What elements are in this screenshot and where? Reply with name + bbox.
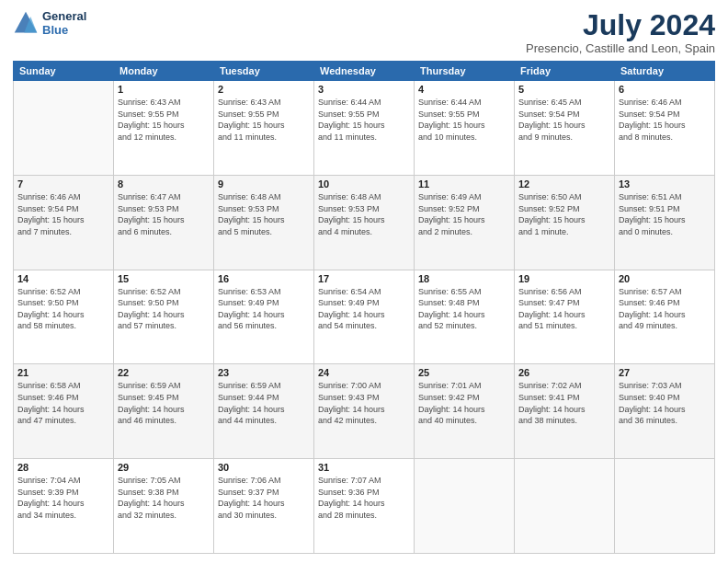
day-number: 26 bbox=[518, 367, 610, 378]
day-info: Sunrise: 7:01 AM Sunset: 9:42 PM Dayligh… bbox=[418, 380, 510, 426]
title-block: July 2024 Presencio, Castille and Leon, … bbox=[526, 9, 715, 55]
day-cell: 13Sunrise: 6:51 AM Sunset: 9:51 PM Dayli… bbox=[615, 175, 715, 270]
day-cell: 12Sunrise: 6:50 AM Sunset: 9:52 PM Dayli… bbox=[515, 175, 615, 270]
day-info: Sunrise: 7:07 AM Sunset: 9:36 PM Dayligh… bbox=[318, 475, 410, 521]
day-info: Sunrise: 7:03 AM Sunset: 9:40 PM Dayligh… bbox=[619, 380, 711, 426]
day-number: 31 bbox=[318, 462, 410, 473]
day-number: 13 bbox=[619, 178, 711, 190]
day-number: 19 bbox=[518, 273, 610, 284]
week-row-3: 14Sunrise: 6:52 AM Sunset: 9:50 PM Dayli… bbox=[14, 270, 715, 364]
day-cell: 18Sunrise: 6:55 AM Sunset: 9:48 PM Dayli… bbox=[415, 270, 515, 364]
day-info: Sunrise: 7:06 AM Sunset: 9:37 PM Dayligh… bbox=[218, 475, 310, 521]
day-info: Sunrise: 6:54 AM Sunset: 9:49 PM Dayligh… bbox=[318, 286, 410, 332]
day-number: 25 bbox=[418, 367, 510, 378]
day-info: Sunrise: 6:43 AM Sunset: 9:55 PM Dayligh… bbox=[218, 97, 310, 143]
day-info: Sunrise: 6:48 AM Sunset: 9:53 PM Dayligh… bbox=[318, 191, 410, 237]
day-cell: 8Sunrise: 6:47 AM Sunset: 9:53 PM Daylig… bbox=[114, 175, 214, 270]
day-number: 8 bbox=[118, 178, 210, 190]
day-header-thursday: Thursday bbox=[415, 62, 515, 81]
day-header-saturday: Saturday bbox=[615, 62, 715, 81]
day-header-wednesday: Wednesday bbox=[314, 62, 415, 81]
day-cell: 25Sunrise: 7:01 AM Sunset: 9:42 PM Dayli… bbox=[415, 364, 515, 459]
day-cell: 9Sunrise: 6:48 AM Sunset: 9:53 PM Daylig… bbox=[214, 175, 314, 270]
day-info: Sunrise: 7:00 AM Sunset: 9:43 PM Dayligh… bbox=[318, 380, 410, 426]
day-cell: 10Sunrise: 6:48 AM Sunset: 9:53 PM Dayli… bbox=[314, 175, 415, 270]
day-info: Sunrise: 6:46 AM Sunset: 9:54 PM Dayligh… bbox=[17, 191, 109, 237]
week-row-5: 28Sunrise: 7:04 AM Sunset: 9:39 PM Dayli… bbox=[14, 459, 715, 554]
week-row-2: 7Sunrise: 6:46 AM Sunset: 9:54 PM Daylig… bbox=[14, 175, 715, 270]
day-info: Sunrise: 6:44 AM Sunset: 9:55 PM Dayligh… bbox=[418, 97, 510, 143]
day-info: Sunrise: 6:49 AM Sunset: 9:52 PM Dayligh… bbox=[418, 191, 510, 237]
day-cell: 6Sunrise: 6:46 AM Sunset: 9:54 PM Daylig… bbox=[615, 81, 715, 176]
day-cell: 3Sunrise: 6:44 AM Sunset: 9:55 PM Daylig… bbox=[314, 81, 415, 176]
day-number: 23 bbox=[218, 367, 310, 378]
day-number: 18 bbox=[418, 273, 510, 284]
day-info: Sunrise: 6:52 AM Sunset: 9:50 PM Dayligh… bbox=[17, 286, 109, 332]
day-header-monday: Monday bbox=[114, 62, 214, 81]
day-cell: 22Sunrise: 6:59 AM Sunset: 9:45 PM Dayli… bbox=[114, 364, 214, 459]
day-number: 12 bbox=[518, 178, 610, 190]
main-title: July 2024 bbox=[526, 9, 715, 41]
day-cell: 14Sunrise: 6:52 AM Sunset: 9:50 PM Dayli… bbox=[14, 270, 114, 364]
day-info: Sunrise: 6:47 AM Sunset: 9:53 PM Dayligh… bbox=[118, 191, 210, 237]
day-info: Sunrise: 6:57 AM Sunset: 9:46 PM Dayligh… bbox=[619, 286, 711, 332]
day-cell bbox=[415, 459, 515, 554]
day-number: 14 bbox=[17, 273, 109, 284]
day-number: 9 bbox=[218, 178, 310, 190]
day-info: Sunrise: 6:45 AM Sunset: 9:54 PM Dayligh… bbox=[518, 97, 610, 143]
calendar-table: SundayMondayTuesdayWednesdayThursdayFrid… bbox=[13, 61, 715, 554]
day-number: 2 bbox=[218, 84, 310, 95]
day-number: 7 bbox=[17, 178, 109, 190]
day-cell: 21Sunrise: 6:58 AM Sunset: 9:46 PM Dayli… bbox=[14, 364, 114, 459]
day-info: Sunrise: 6:59 AM Sunset: 9:45 PM Dayligh… bbox=[118, 380, 210, 426]
day-header-sunday: Sunday bbox=[14, 62, 114, 81]
day-info: Sunrise: 6:44 AM Sunset: 9:55 PM Dayligh… bbox=[318, 97, 410, 143]
day-cell bbox=[14, 81, 114, 176]
day-info: Sunrise: 6:46 AM Sunset: 9:54 PM Dayligh… bbox=[619, 97, 711, 143]
day-number: 29 bbox=[118, 462, 210, 473]
day-number: 5 bbox=[518, 84, 610, 95]
day-number: 22 bbox=[118, 367, 210, 378]
day-number: 24 bbox=[318, 367, 410, 378]
day-number: 3 bbox=[318, 84, 410, 95]
day-info: Sunrise: 6:59 AM Sunset: 9:44 PM Dayligh… bbox=[218, 380, 310, 426]
day-cell: 2Sunrise: 6:43 AM Sunset: 9:55 PM Daylig… bbox=[214, 81, 314, 176]
calendar-page: General Blue July 2024 Presencio, Castil… bbox=[0, 0, 728, 563]
day-info: Sunrise: 6:52 AM Sunset: 9:50 PM Dayligh… bbox=[118, 286, 210, 332]
day-cell: 31Sunrise: 7:07 AM Sunset: 9:36 PM Dayli… bbox=[314, 459, 415, 554]
day-cell: 23Sunrise: 6:59 AM Sunset: 9:44 PM Dayli… bbox=[214, 364, 314, 459]
day-info: Sunrise: 6:50 AM Sunset: 9:52 PM Dayligh… bbox=[518, 191, 610, 237]
calendar-body: 1Sunrise: 6:43 AM Sunset: 9:55 PM Daylig… bbox=[14, 81, 715, 554]
day-cell: 24Sunrise: 7:00 AM Sunset: 9:43 PM Dayli… bbox=[314, 364, 415, 459]
logo-text: General Blue bbox=[42, 9, 86, 37]
day-header-friday: Friday bbox=[515, 62, 615, 81]
day-info: Sunrise: 7:05 AM Sunset: 9:38 PM Dayligh… bbox=[118, 475, 210, 521]
day-cell: 15Sunrise: 6:52 AM Sunset: 9:50 PM Dayli… bbox=[114, 270, 214, 364]
header: General Blue July 2024 Presencio, Castil… bbox=[13, 9, 715, 55]
subtitle: Presencio, Castille and Leon, Spain bbox=[526, 41, 715, 55]
day-number: 30 bbox=[218, 462, 310, 473]
day-cell: 27Sunrise: 7:03 AM Sunset: 9:40 PM Dayli… bbox=[615, 364, 715, 459]
day-cell: 5Sunrise: 6:45 AM Sunset: 9:54 PM Daylig… bbox=[515, 81, 615, 176]
day-cell: 4Sunrise: 6:44 AM Sunset: 9:55 PM Daylig… bbox=[415, 81, 515, 176]
calendar-header: SundayMondayTuesdayWednesdayThursdayFrid… bbox=[14, 62, 715, 81]
day-number: 17 bbox=[318, 273, 410, 284]
day-number: 15 bbox=[118, 273, 210, 284]
day-info: Sunrise: 7:02 AM Sunset: 9:41 PM Dayligh… bbox=[518, 380, 610, 426]
day-cell bbox=[515, 459, 615, 554]
day-cell: 1Sunrise: 6:43 AM Sunset: 9:55 PM Daylig… bbox=[114, 81, 214, 176]
day-number: 20 bbox=[619, 273, 711, 284]
day-cell: 30Sunrise: 7:06 AM Sunset: 9:37 PM Dayli… bbox=[214, 459, 314, 554]
day-info: Sunrise: 6:58 AM Sunset: 9:46 PM Dayligh… bbox=[17, 380, 109, 426]
day-cell: 11Sunrise: 6:49 AM Sunset: 9:52 PM Dayli… bbox=[415, 175, 515, 270]
day-cell: 7Sunrise: 6:46 AM Sunset: 9:54 PM Daylig… bbox=[14, 175, 114, 270]
week-row-4: 21Sunrise: 6:58 AM Sunset: 9:46 PM Dayli… bbox=[14, 364, 715, 459]
day-info: Sunrise: 6:51 AM Sunset: 9:51 PM Dayligh… bbox=[619, 191, 711, 237]
day-info: Sunrise: 6:48 AM Sunset: 9:53 PM Dayligh… bbox=[218, 191, 310, 237]
day-number: 27 bbox=[619, 367, 711, 378]
day-cell: 19Sunrise: 6:56 AM Sunset: 9:47 PM Dayli… bbox=[515, 270, 615, 364]
day-number: 28 bbox=[17, 462, 109, 473]
day-header-row: SundayMondayTuesdayWednesdayThursdayFrid… bbox=[14, 62, 715, 81]
day-info: Sunrise: 7:04 AM Sunset: 9:39 PM Dayligh… bbox=[17, 475, 109, 521]
day-number: 6 bbox=[619, 84, 711, 95]
